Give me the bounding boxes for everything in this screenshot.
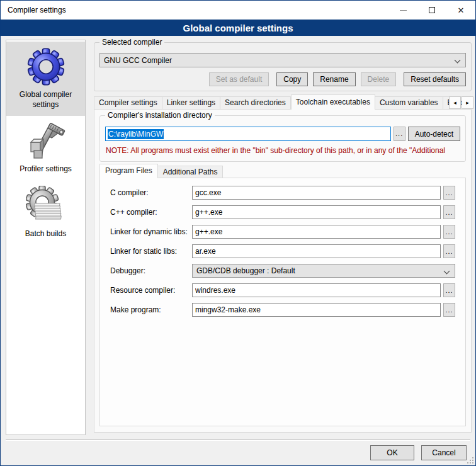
sidebar-item-label: Batch builds xyxy=(9,229,82,239)
field-row: Resource compiler: ... xyxy=(110,283,455,297)
sidebar-item-batch-builds[interactable]: Batch builds xyxy=(6,181,85,246)
static-linker-input[interactable] xyxy=(192,244,441,258)
minimize-button[interactable] xyxy=(388,1,417,20)
copy-button[interactable]: Copy xyxy=(276,72,308,86)
maximize-icon xyxy=(429,7,435,13)
ok-button[interactable]: OK xyxy=(370,445,414,460)
blue-gear-icon xyxy=(26,47,66,87)
tab-toolchain-executables[interactable]: Toolchain executables xyxy=(291,94,375,110)
program-files-tabstrip: Program Files Additional Paths xyxy=(99,164,223,178)
tab-scroll-right-icon: ▸ xyxy=(466,99,469,106)
tab-compiler-settings[interactable]: Compiler settings xyxy=(94,96,162,110)
tab-linker-settings[interactable]: Linker settings xyxy=(162,96,220,110)
field-label: Resource compiler: xyxy=(110,286,192,295)
footer-divider xyxy=(6,440,470,441)
field-row: Linker for dynamic libs: ... xyxy=(110,225,455,239)
caliper-icon xyxy=(26,121,66,161)
field-row: Make program: ... xyxy=(110,303,455,317)
sidebar: Global compiler settings xyxy=(6,40,86,435)
browse-directory-button[interactable]: ... xyxy=(394,127,405,141)
field-row: C compiler: ... xyxy=(110,186,455,200)
program-files-page: C compiler: ... C++ compiler: ... Linker… xyxy=(99,178,466,426)
toolchain-executables-page: Compiler's installation directory C:\ray… xyxy=(94,109,472,433)
settings-tabstrip: Compiler settings Linker settings Search… xyxy=(94,94,467,110)
resize-grip[interactable] xyxy=(467,457,474,464)
sidebar-item-global-compiler-settings[interactable]: Global compiler settings xyxy=(6,42,85,116)
gray-gear-stack-icon xyxy=(26,186,66,226)
selected-compiler-value: GNU GCC Compiler xyxy=(104,56,172,65)
browse-button[interactable]: ... xyxy=(443,225,455,239)
debugger-select[interactable]: GDB/CDB debugger : Default xyxy=(192,264,455,278)
c-compiler-input[interactable] xyxy=(192,186,441,200)
tab-scroll-right-button[interactable]: ▸ xyxy=(462,96,473,109)
dialog-header: Global compiler settings xyxy=(1,20,475,36)
make-program-input[interactable] xyxy=(192,303,441,317)
tab-custom-variables[interactable]: Custom variables xyxy=(375,96,443,110)
field-row: Linker for static libs: ... xyxy=(110,244,455,258)
field-row: C++ compiler: ... xyxy=(110,205,455,219)
tab-program-files[interactable]: Program Files xyxy=(99,164,158,178)
tab-scroll-left-button[interactable]: ◂ xyxy=(449,96,461,109)
page-title: Global compiler settings xyxy=(183,23,293,33)
set-as-default-button[interactable]: Set as default xyxy=(209,72,269,86)
chevron-down-icon xyxy=(455,57,461,64)
field-row: Debugger: GDB/CDB debugger : Default xyxy=(110,264,455,278)
maximize-button[interactable] xyxy=(417,1,446,20)
tab-scroll-left-icon: ◂ xyxy=(453,99,456,106)
installation-directory-input[interactable]: C:\raylib\MinGW xyxy=(105,127,391,141)
dynamic-linker-input[interactable] xyxy=(192,225,441,239)
browse-button[interactable]: ... xyxy=(443,303,455,317)
cpp-compiler-input[interactable] xyxy=(192,205,441,219)
installation-directory-group: Compiler's installation directory C:\ray… xyxy=(99,115,466,162)
close-button[interactable]: ✕ xyxy=(446,1,475,20)
browse-button[interactable]: ... xyxy=(443,283,455,297)
field-label: C compiler: xyxy=(110,188,192,197)
window-title: Compiler settings xyxy=(8,6,66,14)
sidebar-item-label: Profiler settings xyxy=(9,164,82,174)
field-label: Make program: xyxy=(110,305,192,314)
field-label: Debugger: xyxy=(110,266,192,275)
chevron-down-icon xyxy=(444,268,450,275)
sidebar-item-label: Global compiler settings xyxy=(9,90,82,110)
browse-button[interactable]: ... xyxy=(443,205,455,219)
field-label: Linker for dynamic libs: xyxy=(110,227,192,236)
compiler-settings-dialog: Compiler settings ✕ Global compiler sett… xyxy=(0,0,476,466)
resource-compiler-input[interactable] xyxy=(192,283,441,297)
tab-search-directories[interactable]: Search directories xyxy=(220,96,291,110)
group-title: Selected compiler xyxy=(99,38,164,47)
auto-detect-button[interactable]: Auto-detect xyxy=(408,127,460,141)
debugger-value: GDB/CDB debugger : Default xyxy=(196,266,295,275)
selected-compiler-select[interactable]: GNU GCC Compiler xyxy=(99,53,466,67)
selected-compiler-group: Selected compiler GNU GCC Compiler Set a… xyxy=(94,42,472,91)
browse-button[interactable]: ... xyxy=(443,244,455,258)
selected-path-text: C:\raylib\MinGW xyxy=(108,129,164,139)
cancel-button[interactable]: Cancel xyxy=(421,445,467,460)
sidebar-item-profiler-settings[interactable]: Profiler settings xyxy=(6,116,85,181)
rename-button[interactable]: Rename xyxy=(313,72,355,86)
tab-additional-paths[interactable]: Additional Paths xyxy=(158,166,224,178)
group-title: Compiler's installation directory xyxy=(105,111,215,120)
browse-button[interactable]: ... xyxy=(443,186,455,200)
bin-directory-note: NOTE: All programs must exist either in … xyxy=(106,146,464,155)
field-label: Linker for static libs: xyxy=(110,247,192,256)
minimize-icon xyxy=(400,10,407,11)
delete-button[interactable]: Delete xyxy=(361,72,397,86)
close-icon: ✕ xyxy=(458,6,465,14)
field-label: C++ compiler: xyxy=(110,208,192,217)
reset-defaults-button[interactable]: Reset defaults xyxy=(404,72,466,86)
